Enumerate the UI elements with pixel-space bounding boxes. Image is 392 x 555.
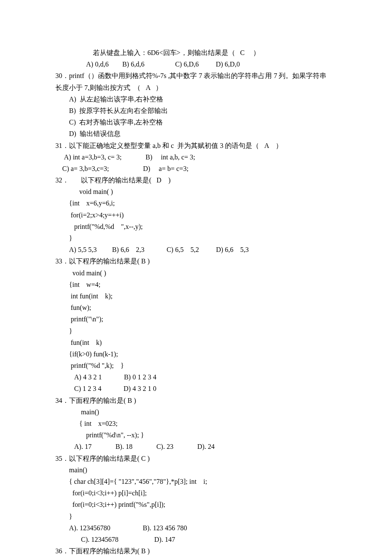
text-line: 34．下面程序的输出是( B ) [55,395,341,406]
text-line: 若从键盘上输入：6D6<回车>，则输出结果是（ C ） [55,47,341,58]
document-page: 若从键盘上输入：6D6<回车>，则输出结果是（ C ）A) 0,d,6 B) 6… [0,0,392,555]
text-line: printf("\n"); [55,313,341,325]
text-line: 33．以下程序的输出结果是( B ) [55,255,341,267]
text-line: C) a= 3,b=3,c=3; D) a= b= c=3; [55,163,341,174]
text-line: { int x=023; [55,418,341,429]
text-line: 35．以下程序的输出结果是( C ) [55,453,341,464]
text-line: main() [55,464,341,476]
text-line: A) 5,5 5,3 B) 6,6 2,3 C) 6,5 5,2 D) 6,6 … [55,244,341,255]
text-line: } [55,325,341,337]
text-line: 30．printf（）函数中用到格式符%-7s ,其中数字 7 表示输出的字符串… [55,70,341,81]
text-line: for(i=2;x>4;y=++i) [55,209,341,221]
text-line: A) 4 3 2 1 B) 0 1 2 3 4 [55,371,341,383]
text-line: D) 输出错误信息 [55,128,341,139]
text-line: fun(int k) [55,337,341,348]
text-line: 长度小于 7,则输出按方式 （ A ） [55,82,341,93]
text-line: void main( ) [55,186,341,197]
text-line: C). 12345678 D). 147 [55,534,341,545]
text-line: A). 123456780 B). 123 456 780 [55,522,341,534]
text-line: A) 0,d,6 B) 6,d,6 C) 6,D,6 D) 6,D,0 [55,58,341,70]
text-line: void main( ) [55,267,341,279]
text-line: A). 17 B). 18 C). 23 D). 24 [55,441,341,452]
text-line: } [55,232,341,244]
text-line: A) int a=3,b=3, c= 3; B) int a,b, c= 3; [55,151,341,163]
text-line: C) 右对齐输出该字串,左补空格 [55,116,341,128]
text-line: printf("%d ",k); } [55,360,341,371]
text-line: 32． 以下程序的输出结果是( D ) [55,174,341,186]
text-line: B) 按原字符长从左向右全部输出 [55,105,341,116]
text-line: } [55,511,341,522]
text-line: 36．下面程序的输出结果为( B ) [55,545,341,555]
text-line: fun(w); [55,302,341,313]
text-line: printf("%d\n", --x); } [55,429,341,441]
text-line: {int x=6,y=6,i; [55,197,341,209]
text-line: main() [55,406,341,418]
text-line: for(i=0;i<3;i++) p[i]=ch[i]; [55,487,341,499]
text-line: printf("%d,%d ",x--,y); [55,221,341,232]
text-line: C) 1 2 3 4 D) 4 3 2 1 0 [55,383,341,394]
text-line: {if(k>0) fun(k-1); [55,348,341,360]
text-line: A) 从左起输出该字串,右补空格 [55,93,341,105]
text-line: {int w=4; [55,279,341,290]
text-line: { char ch[3][4]={ "123","456","78"},*p[3… [55,476,341,487]
text-line: for(i=0;i<3;i++) printf("%s",p[i]); [55,499,341,510]
text-line: 31．以下能正确地定义整型变量 a,b 和 c 并为其赋初值 3 的语句是（ A… [55,140,341,151]
text-line: int fun(int k); [55,290,341,302]
